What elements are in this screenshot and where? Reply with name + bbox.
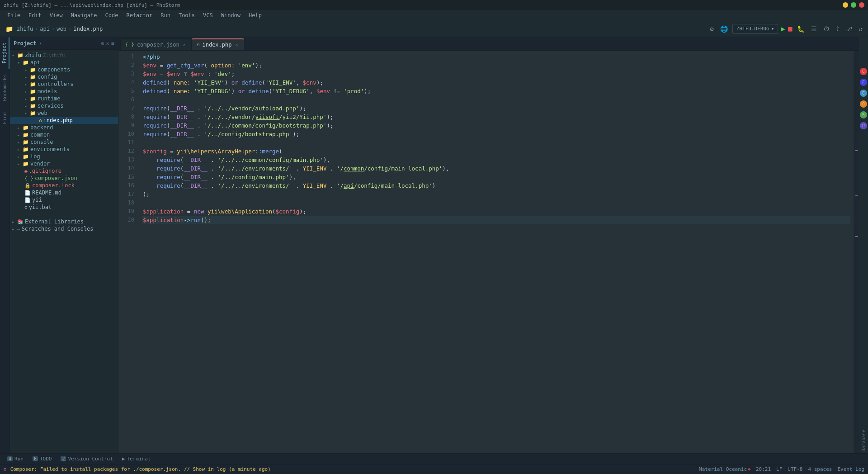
git-icon[interactable]: ⎇ bbox=[844, 24, 854, 33]
close-button[interactable] bbox=[859, 2, 864, 8]
panel-menu-icon[interactable]: ≡ bbox=[111, 40, 114, 47]
tree-common[interactable]: ▸ 📁 common bbox=[10, 131, 118, 138]
status-event-log-label: Event Log bbox=[837, 466, 864, 472]
firefox-icon[interactable]: F bbox=[860, 79, 867, 86]
coverage-icon[interactable]: ☰ bbox=[809, 24, 819, 33]
tree-composer-json[interactable]: { } composer.json bbox=[10, 175, 118, 182]
menu-tools[interactable]: Tools bbox=[175, 11, 198, 19]
edge-icon[interactable]: E bbox=[860, 90, 867, 97]
window-controls bbox=[843, 2, 864, 8]
menu-run[interactable]: Run bbox=[157, 11, 174, 19]
tree-console[interactable]: ▸ 📁 console bbox=[10, 138, 118, 146]
tree-log[interactable]: ▸ 📁 log bbox=[10, 153, 118, 160]
tab-composer-json[interactable]: { } composer.json ✕ bbox=[120, 38, 192, 50]
browser5-icon[interactable]: B bbox=[860, 111, 867, 118]
tab-index-php[interactable]: ⌂ index.php ✕ bbox=[192, 38, 244, 50]
minimize-button[interactable] bbox=[843, 2, 848, 8]
menu-edit[interactable]: Edit bbox=[25, 11, 45, 19]
gitignore-icon: ◉ bbox=[24, 168, 28, 174]
breadcrumb-zhifu[interactable]: zhifu bbox=[17, 26, 33, 32]
status-theme[interactable]: Material Oceanic ● bbox=[699, 466, 750, 472]
toolbar: 📁 zhifu › api › web › index.php ⚙ 🌐 ZHIF… bbox=[0, 21, 868, 37]
tab-index-php-close[interactable]: ✕ bbox=[234, 42, 239, 47]
readme-icon: 📄 bbox=[24, 190, 31, 196]
panel-close-icon[interactable]: ✕ bbox=[106, 40, 109, 47]
status-position[interactable]: 20:21 bbox=[756, 466, 771, 472]
tree-composer-lock-label: composer.lock bbox=[32, 182, 75, 189]
tree-external-libraries[interactable]: ▸ 📚 External Libraries bbox=[10, 218, 118, 225]
status-line-ending[interactable]: LF bbox=[776, 466, 782, 472]
tree-config[interactable]: ▸ 📁 config bbox=[10, 73, 118, 81]
run-button[interactable]: ▶ bbox=[781, 24, 785, 33]
browser6-icon[interactable]: P bbox=[860, 122, 867, 129]
debug-button[interactable]: 🐛 bbox=[795, 24, 807, 33]
breadcrumb-file[interactable]: index.php bbox=[73, 26, 103, 32]
history-icon[interactable]: ↺ bbox=[857, 24, 864, 33]
scroll-mark-1 bbox=[855, 150, 858, 151]
code-line-1: <?php bbox=[142, 52, 850, 61]
code-line-18 bbox=[142, 199, 850, 207]
ext-lib-icon: 📚 bbox=[17, 219, 24, 225]
panel-gear-icon[interactable]: ⚙ bbox=[101, 40, 104, 47]
status-composer-message[interactable]: Composer: Failed to install packages for… bbox=[10, 466, 695, 472]
menu-view[interactable]: View bbox=[46, 11, 66, 19]
debug-config[interactable]: ZHIFU-DEBUG ▾ bbox=[732, 24, 778, 34]
chrome-icon[interactable]: C bbox=[860, 68, 867, 75]
tree-composer-lock[interactable]: 🔒 composer.lock bbox=[10, 182, 118, 189]
status-encoding[interactable]: UTF-8 bbox=[788, 466, 802, 472]
menu-vcs[interactable]: VCS bbox=[199, 11, 217, 19]
status-event-log[interactable]: Event Log bbox=[837, 466, 864, 472]
tree-runtime[interactable]: ▸ 📁 runtime bbox=[10, 95, 118, 102]
stop-button[interactable]: ■ bbox=[788, 24, 793, 33]
status-error-icon: ⊘ bbox=[4, 466, 7, 472]
database-tool[interactable]: Database bbox=[861, 430, 866, 451]
tree-scratches[interactable]: ▸ ✏ Scratches and Consoles bbox=[10, 225, 118, 232]
code-content[interactable]: <?php $env = get_cfg_var( option: 'env')… bbox=[138, 51, 854, 453]
breadcrumb-web[interactable]: web bbox=[57, 26, 66, 32]
panel-icons: ⚙ ✕ ≡ bbox=[101, 40, 114, 47]
tree-backend[interactable]: ▸ 📁 backend bbox=[10, 124, 118, 131]
status-encoding-label: UTF-8 bbox=[788, 466, 802, 472]
profile-icon[interactable]: ⏱ bbox=[821, 24, 831, 33]
bottom-tab-vcs[interactable]: 2 Version Control bbox=[57, 455, 116, 463]
tree-index-php[interactable]: ⌂ index.php bbox=[10, 117, 118, 124]
tree-environments[interactable]: ▸ 📁 environments bbox=[10, 146, 118, 153]
tree-readme[interactable]: 📄 README.md bbox=[10, 189, 118, 196]
tree-gitignore[interactable]: ◉ .gitignore bbox=[10, 167, 118, 175]
left-tool-find[interactable]: Find bbox=[0, 107, 9, 130]
left-tool-bookmarks[interactable]: Bookmarks bbox=[0, 69, 9, 107]
settings-icon[interactable]: ⚙ bbox=[708, 24, 715, 33]
menu-refactor[interactable]: Refactor bbox=[123, 11, 156, 19]
opera-icon[interactable]: O bbox=[860, 100, 867, 108]
tree-services[interactable]: ▸ 📁 services bbox=[10, 102, 118, 109]
code-editor[interactable]: 12345 678910 1112131415 1617181920 <?php… bbox=[118, 51, 859, 453]
vcs-icon[interactable]: ⤴ bbox=[834, 24, 841, 33]
menu-code[interactable]: Code bbox=[102, 11, 122, 19]
tree-web[interactable]: ▾ 📁 web bbox=[10, 109, 118, 117]
breadcrumb-api[interactable]: api bbox=[40, 26, 50, 32]
bottom-tab-terminal[interactable]: ▶ Terminal bbox=[118, 455, 155, 463]
status-theme-dot: ● bbox=[748, 467, 750, 471]
menu-navigate[interactable]: Navigate bbox=[67, 11, 101, 19]
bottom-tab-todo[interactable]: 6 TODO bbox=[29, 455, 56, 463]
tree-api[interactable]: ▾ 📁 api bbox=[10, 59, 118, 66]
maximize-button[interactable] bbox=[851, 2, 856, 8]
tree-controllers[interactable]: ▸ 📁 controllers bbox=[10, 81, 118, 88]
scroll-indicator[interactable] bbox=[854, 51, 859, 453]
bottom-tab-run[interactable]: 4 Run bbox=[4, 455, 27, 463]
tree-components[interactable]: ▸ 📁 components bbox=[10, 66, 118, 73]
tree-yii-bat[interactable]: ⚙ yii.bat bbox=[10, 204, 118, 211]
tree-yii[interactable]: 📄 yii bbox=[10, 196, 118, 204]
common-folder-icon: 📁 bbox=[23, 132, 29, 138]
tree-vendor[interactable]: ▸ 📁 vendor bbox=[10, 160, 118, 167]
tree-models[interactable]: ▸ 📁 models bbox=[10, 88, 118, 95]
left-tool-project[interactable]: Project bbox=[0, 37, 9, 69]
menu-help[interactable]: Help bbox=[245, 11, 265, 19]
tree-root[interactable]: ▾ 📁 zhifu Z:\zhifu bbox=[10, 52, 118, 59]
composer-lock-icon: 🔒 bbox=[24, 183, 31, 189]
tab-composer-json-close[interactable]: ✕ bbox=[182, 42, 187, 47]
menu-window[interactable]: Window bbox=[217, 11, 244, 19]
menu-file[interactable]: File bbox=[4, 11, 24, 19]
tree-scratches-label: Scratches and Consoles bbox=[22, 226, 94, 232]
status-indent[interactable]: 4 spaces bbox=[808, 466, 832, 472]
